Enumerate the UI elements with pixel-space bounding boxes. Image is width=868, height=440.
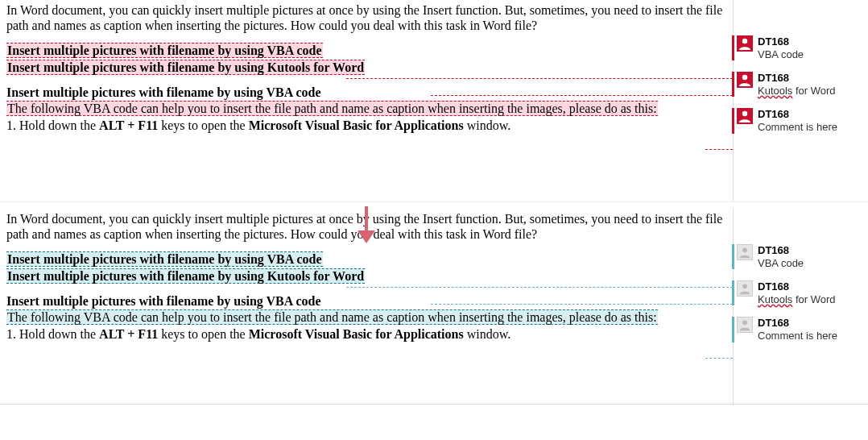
comment-author: DT168 — [758, 280, 836, 293]
document-area-top: In Word document, you can quickly insert… — [0, 0, 733, 201]
comment-item[interactable]: DT168 Kutools for Word — [737, 280, 865, 305]
comment-body: DT168 VBA code — [758, 35, 804, 60]
comment-author: DT168 — [758, 72, 836, 85]
svg-marker-7 — [358, 230, 375, 243]
comment-author: DT168 — [758, 35, 804, 48]
highlighted-text: Insert multiple pictures with filename b… — [6, 268, 365, 284]
link-kutools[interactable]: Insert multiple pictures with filename b… — [6, 60, 726, 76]
before-panel: In Word document, you can quickly insert… — [0, 0, 868, 201]
step-suffix: window. — [464, 118, 511, 132]
comment-text: Comment is here — [758, 121, 837, 134]
comments-pane-bottom: DT168 VBA code DT168 Kutools for Word DT… — [733, 209, 868, 404]
step-app: Microsoft Visual Basic for Applications — [249, 118, 464, 132]
comment-leader — [431, 304, 733, 305]
comment-author: DT168 — [758, 108, 837, 121]
comment-author: DT168 — [758, 244, 804, 257]
comment-text-suffix: for Word — [792, 85, 835, 97]
comment-leader — [346, 78, 733, 79]
step-prefix: 1. Hold down the — [6, 327, 99, 341]
spellcheck-word: Kutools — [758, 293, 792, 305]
svg-point-1 — [742, 39, 747, 44]
comments-pane-top: DT168 VBA code DT168 Kutools for Word DT… — [733, 0, 868, 201]
spellcheck-word: Kutools — [758, 85, 792, 97]
highlighted-text: The following VBA code can help you to i… — [6, 309, 658, 325]
comment-item[interactable]: DT168 VBA code — [737, 35, 865, 60]
description: The following VBA code can help you to i… — [6, 310, 726, 326]
link-kutools[interactable]: Insert multiple pictures with filename b… — [6, 269, 726, 284]
step-keys: ALT + F11 — [99, 118, 158, 132]
step-suffix: window. — [464, 327, 511, 341]
section-heading: Insert multiple pictures with filename b… — [6, 85, 726, 101]
step-prefix: 1. Hold down the — [6, 118, 99, 132]
comment-text: Kutools for Word — [758, 293, 836, 306]
comment-text: VBA code — [758, 48, 804, 61]
svg-point-5 — [742, 111, 747, 116]
step-1: 1. Hold down the ALT + F11 keys to open … — [6, 118, 726, 134]
comment-body: DT168 Comment is here — [758, 317, 837, 342]
comment-item[interactable]: DT168 Comment is here — [737, 317, 865, 342]
svg-point-9 — [742, 284, 747, 289]
link-vba[interactable]: Insert multiple pictures with filename b… — [6, 44, 726, 59]
comment-text: Comment is here — [758, 330, 837, 342]
avatar-icon — [737, 108, 753, 124]
step-mid: keys to open the — [158, 327, 248, 341]
avatar-icon — [737, 244, 753, 260]
step-mid: keys to open the — [158, 118, 248, 132]
comment-leader — [705, 149, 733, 150]
step-keys: ALT + F11 — [99, 327, 158, 341]
comment-text: VBA code — [758, 257, 804, 270]
intro-paragraph: In Word document, you can quickly insert… — [6, 3, 726, 34]
comment-item[interactable]: DT168 VBA code — [737, 244, 865, 269]
svg-point-3 — [742, 75, 747, 80]
comment-text-suffix: for Word — [792, 293, 835, 305]
highlighted-text: Insert multiple pictures with filename b… — [6, 60, 365, 75]
comment-text: Kutools for Word — [758, 85, 836, 98]
avatar-icon — [737, 280, 753, 297]
comment-item[interactable]: DT168 Comment is here — [737, 108, 865, 133]
comment-item[interactable]: DT168 Kutools for Word — [737, 72, 865, 97]
highlighted-text: Insert multiple pictures with filename b… — [6, 43, 323, 58]
comment-leader — [431, 95, 733, 96]
down-arrow-icon — [354, 205, 378, 247]
comment-body: DT168 VBA code — [758, 244, 804, 269]
step-1: 1. Hold down the ALT + F11 keys to open … — [6, 327, 726, 342]
avatar-icon — [737, 35, 753, 52]
comment-body: DT168 Kutools for Word — [758, 280, 836, 305]
svg-point-8 — [742, 247, 747, 252]
comment-leader — [705, 358, 733, 359]
description: The following VBA code can help you to i… — [6, 102, 726, 117]
highlighted-text: Insert multiple pictures with filename b… — [6, 251, 323, 267]
link-vba[interactable]: Insert multiple pictures with filename b… — [6, 252, 726, 268]
comment-author: DT168 — [758, 317, 837, 330]
avatar-icon — [737, 317, 753, 333]
section-heading: Insert multiple pictures with filename b… — [6, 294, 726, 309]
comment-body: DT168 Kutools for Word — [758, 72, 836, 97]
avatar-icon — [737, 72, 753, 88]
comment-body: DT168 Comment is here — [758, 108, 837, 133]
highlighted-text: The following VBA code can help you to i… — [6, 101, 658, 116]
after-panel: In Word document, you can quickly insert… — [0, 201, 868, 405]
svg-point-10 — [742, 321, 747, 326]
comment-leader — [346, 287, 733, 288]
step-app: Microsoft Visual Basic for Applications — [249, 327, 464, 341]
